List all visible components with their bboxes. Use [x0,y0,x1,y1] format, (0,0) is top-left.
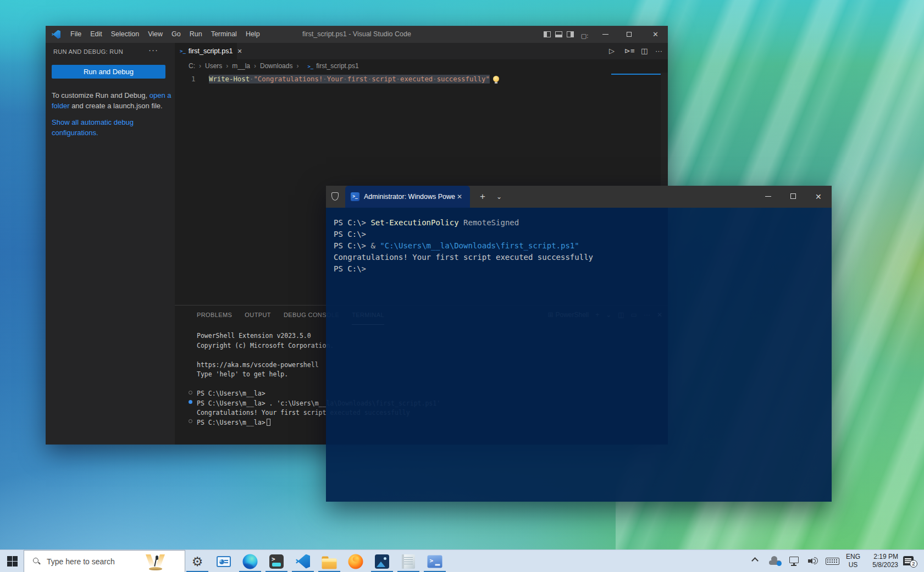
tab-first-script[interactable]: >_ first_script.ps1 ✕ [175,43,237,59]
prompt: PS C:\> [334,241,370,250]
touch-keyboard-icon[interactable] [826,558,839,565]
toggle-sidebar-icon[interactable] [544,31,551,37]
breadcrumb-file[interactable]: first_script.ps1 [316,62,358,70]
tab-dropdown-icon[interactable]: ⌄ [494,186,505,208]
terminal-minimize-button[interactable] [765,196,771,197]
breadcrumb-user[interactable]: m__la [232,62,260,70]
search-icon [33,558,40,565]
menu-file[interactable]: File [66,26,86,43]
taskbar-firefox[interactable] [344,550,368,572]
vscode-logo-icon [52,30,60,39]
editor-tab-bar: >_ first_script.ps1 ✕ ▷ ⊳≡ ◫ ··· [175,43,668,59]
menu-selection[interactable]: Selection [107,26,143,43]
split-editor-icon[interactable]: ◫ [641,46,648,56]
menu-edit[interactable]: Edit [86,26,107,43]
breadcrumb-drive[interactable]: C: [189,62,205,70]
taskbar-edge[interactable] [238,550,262,572]
output: Congratulations! Your first script execu… [334,253,593,262]
command: Set-ExecutionPolicy [370,218,458,227]
sidebar-header: RUN AND DEBUG: RUN [53,48,123,55]
windows-terminal-window: >_ Administrator: Windows Powe ✕ + ⌄ ✕ P… [326,186,832,502]
breadcrumb[interactable]: C:Usersm__laDownloads>_first_script.ps1 [175,59,668,73]
breadcrumb-downloads[interactable]: Downloads [260,62,302,70]
code-string: "Congratulations! [250,75,323,83]
terminal-maximize-button[interactable] [790,193,796,199]
menu-go[interactable]: Go [167,26,185,43]
help-text-2: and create a launch.json file. [70,102,163,110]
toggle-panel-icon[interactable] [555,31,562,37]
prompt-decoration [189,419,192,423]
language-indicator[interactable]: ENGUS [845,553,861,569]
terminal-line: PS C:\Users\m__la> [197,418,265,428]
argument: RemoteSigned [459,218,519,227]
line-number: 1 [191,75,195,83]
sidebar-more-icon[interactable]: ··· [148,45,158,54]
vscode-sidebar: RUN AND DEBUG: RUN ··· Run and Debug To … [46,43,175,445]
sidebar-help-text: To customize Run and Debug, open a folde… [52,91,172,111]
powershell-file-icon: >_ [180,48,186,54]
vscode-minimize-button[interactable] [602,34,608,35]
prompt-decoration [189,391,192,395]
terminal-tab[interactable]: >_ Administrator: Windows Powe ✕ [345,186,470,208]
terminal-cursor [267,419,270,426]
code-string: Your [323,75,343,83]
code-string: executed [396,75,433,83]
tab-label: first_script.ps1 [189,47,233,55]
lightbulb-icon[interactable] [493,76,499,82]
run-and-debug-button[interactable]: Run and Debug [52,65,165,79]
taskbar-file-explorer[interactable] [317,550,341,572]
vscode-window-title: first_script.ps1 - Visual Studio Code [211,26,503,43]
notification-badge: 2 [910,560,917,568]
terminal-content[interactable]: PS C:\> Set-ExecutionPolicy RemoteSigned… [326,208,832,502]
prompt: PS C:\> [334,218,370,227]
breadcrumb-file-icon: >_ [307,64,313,69]
search-placeholder: Type here to search [47,557,115,566]
taskbar-powershell[interactable]: > [423,550,447,572]
search-box[interactable]: Type here to search [24,550,185,572]
menu-run[interactable]: Run [185,26,207,43]
operator: & [370,241,380,250]
terminal-close-button[interactable]: ✕ [815,186,822,208]
code-string: successfully" [433,75,490,83]
clock[interactable]: 2:19 PM5/8/2023 [864,553,898,569]
prompt-decoration-active [189,400,192,404]
tray-date: 5/8/2023 [864,561,898,569]
powershell-icon: >_ [351,192,359,201]
customize-layout-icon[interactable]: ▢: [580,31,589,41]
admin-shield-icon [331,192,339,201]
toggle-secondary-sidebar-icon[interactable] [567,31,574,37]
vscode-maximize-button[interactable] [627,32,632,37]
terminal-tab-title: Administrator: Windows Powe [364,193,456,201]
taskbar-vscode[interactable] [291,550,315,572]
lang-line2: US [845,561,861,569]
menu-view[interactable]: View [143,26,167,43]
terminal-tab-close-icon[interactable]: ✕ [457,193,462,201]
taskbar-notepad[interactable] [396,550,420,572]
code-line[interactable]: Write-Host"Congratulations!Yourfirstscri… [209,75,499,83]
vscode-close-button[interactable]: ✕ [651,30,660,39]
editor-more-icon[interactable]: ··· [655,46,662,56]
overview-ruler-mark [611,74,661,75]
taskbar-windows-terminal[interactable]: > [264,550,289,572]
prompt: PS C:\> [334,230,366,238]
taskbar-settings[interactable]: ⚙ [185,550,209,572]
panel-tab-output[interactable]: OUTPUT [245,306,271,324]
code-string: script [368,75,396,83]
taskbar-photos[interactable] [370,550,394,572]
search-highlight-icon[interactable] [143,554,168,571]
start-button[interactable] [7,556,18,567]
volume-icon[interactable] [808,557,819,565]
new-tab-button[interactable]: + [477,186,488,208]
breadcrumb-users[interactable]: Users [205,62,232,70]
taskbar-monitor-app[interactable] [212,550,236,572]
vscode-titlebar: File Edit Selection View Go Run Terminal… [46,26,668,43]
panel-tab-problems[interactable]: PROBLEMS [197,306,232,324]
show-debug-configs-link[interactable]: Show all automatic debug configurations. [52,118,158,138]
tray-expand-icon[interactable] [751,557,759,564]
tab-close-icon[interactable]: ✕ [237,48,242,55]
run-menu-icon[interactable]: ⊳≡ [624,46,634,56]
onedrive-icon[interactable] [769,558,781,565]
network-icon[interactable] [789,557,799,563]
help-text-1: To customize Run and Debug, [52,91,150,99]
run-file-icon[interactable]: ▷ [609,46,615,56]
